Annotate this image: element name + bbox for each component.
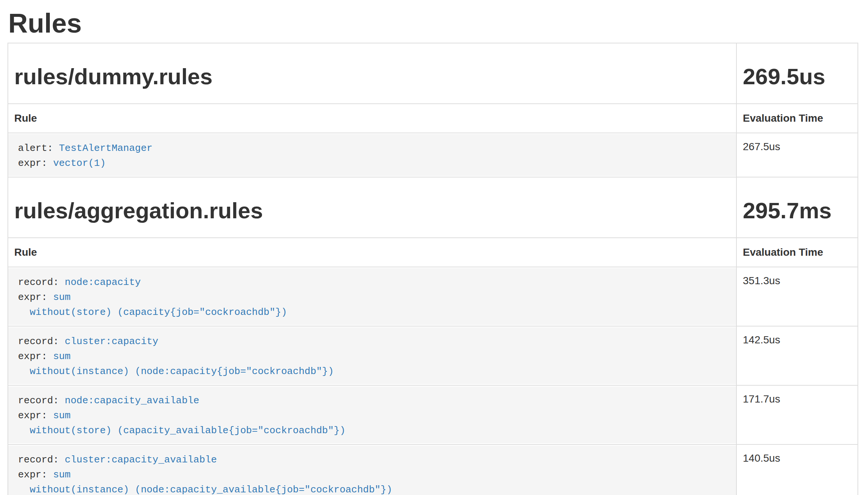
rule-row: record: node:capacity_availableexpr: sum… — [8, 385, 858, 444]
page-content: Rules rules/dummy.rules269.5usRuleEvalua… — [0, 9, 868, 495]
rule-group-file-cell: rules/aggregation.rules — [8, 177, 736, 238]
rule-code-line: expr: sum — [18, 349, 730, 364]
rule-header-row: RuleEvaluation Time — [8, 104, 858, 133]
evaluation-time-column-header: Evaluation Time — [736, 104, 858, 133]
rule-code-label — [18, 366, 30, 377]
rule-code-label: expr: — [18, 158, 53, 169]
rule-group-file: rules/dummy.rules — [14, 64, 730, 89]
rule-code-link[interactable]: node:capacity_available — [65, 395, 199, 406]
rule-code-line: without(instance) (node:capacity{job="co… — [18, 364, 730, 379]
rule-code-label: alert: — [18, 143, 59, 154]
rule-code-link[interactable]: node:capacity — [65, 277, 141, 288]
rule-code-link[interactable]: without(store) (capacity_available{job="… — [30, 425, 346, 436]
rule-code-line: expr: sum — [18, 290, 730, 305]
rule-code-link[interactable]: sum — [53, 292, 71, 303]
rule-code-label: record: — [18, 336, 65, 347]
rule-code-label: expr: — [18, 292, 53, 303]
rule-code-link[interactable]: without(store) (capacity{job="cockroachd… — [30, 307, 287, 318]
rule-code-line: record: cluster:capacity_available — [18, 452, 730, 467]
rule-code-line: record: node:capacity — [18, 275, 730, 290]
rule-header-row: RuleEvaluation Time — [8, 238, 858, 267]
rule-code-line: expr: sum — [18, 467, 730, 482]
rule-cell: record: cluster:capacity_availableexpr: … — [8, 444, 736, 495]
rule-code-label: record: — [18, 454, 65, 465]
rules-table: rules/dummy.rules269.5usRuleEvaluation T… — [7, 43, 858, 495]
rule-group-file-cell: rules/dummy.rules — [8, 43, 736, 104]
rule-group-evaluation-time: 269.5us — [743, 64, 852, 89]
rule-evaluation-time: 140.5us — [736, 444, 858, 495]
rule-evaluation-time: 351.3us — [736, 267, 858, 326]
rule-code-label — [18, 425, 30, 436]
rule-code-link[interactable]: TestAlertManager — [59, 143, 153, 154]
rule-code-line: record: cluster:capacity — [18, 334, 730, 349]
rule-code-label: expr: — [18, 410, 53, 421]
rule-code-line: expr: sum — [18, 408, 730, 423]
rule-code-block: record: node:capacity_availableexpr: sum… — [8, 386, 736, 443]
rule-code-line: without(store) (capacity_available{job="… — [18, 423, 730, 438]
rule-column-header: Rule — [8, 238, 736, 267]
rule-group-evaluation-time-cell: 295.7ms — [736, 177, 858, 238]
rule-code-block: record: node:capacityexpr: sum without(s… — [8, 268, 736, 325]
rule-code-link[interactable]: without(instance) (node:capacity_availab… — [30, 484, 392, 495]
rule-group-file: rules/aggregation.rules — [14, 198, 730, 223]
rule-evaluation-time: 142.5us — [736, 326, 858, 385]
rule-code-label: expr: — [18, 469, 53, 480]
rule-code-line: record: node:capacity_available — [18, 393, 730, 408]
rule-cell: record: node:capacityexpr: sum without(s… — [8, 267, 736, 326]
rule-row: alert: TestAlertManagerexpr: vector(1)26… — [8, 133, 858, 177]
rule-group-evaluation-time-cell: 269.5us — [736, 43, 858, 104]
rule-cell: record: cluster:capacityexpr: sum withou… — [8, 326, 736, 385]
rule-code-link[interactable]: vector(1) — [53, 158, 106, 169]
rule-code-link[interactable]: cluster:capacity — [65, 336, 159, 347]
rule-code-link[interactable]: sum — [53, 351, 71, 362]
rule-code-label — [18, 484, 30, 495]
rule-code-link[interactable]: cluster:capacity_available — [65, 454, 217, 465]
rule-cell: alert: TestAlertManagerexpr: vector(1) — [8, 133, 736, 177]
rule-code-label: expr: — [18, 351, 53, 362]
rule-code-line: without(instance) (node:capacity_availab… — [18, 482, 730, 495]
page-title: Rules — [8, 9, 868, 37]
rule-group-header-row: rules/dummy.rules269.5us — [8, 43, 858, 104]
rule-cell: record: node:capacity_availableexpr: sum… — [8, 385, 736, 444]
evaluation-time-column-header: Evaluation Time — [736, 238, 858, 267]
rule-code-label: record: — [18, 277, 65, 288]
rule-group-evaluation-time: 295.7ms — [743, 198, 852, 223]
rule-code-label: record: — [18, 395, 65, 406]
rule-code-link[interactable]: sum — [53, 469, 71, 480]
rule-code-link[interactable]: sum — [53, 410, 71, 421]
rule-row: record: cluster:capacityexpr: sum withou… — [8, 326, 858, 385]
rule-code-line: alert: TestAlertManager — [18, 141, 730, 156]
rule-code-link[interactable]: without(instance) (node:capacity{job="co… — [30, 366, 334, 377]
rule-column-header: Rule — [8, 104, 736, 133]
rule-evaluation-time: 267.5us — [736, 133, 858, 177]
rule-code-line: without(store) (capacity{job="cockroachd… — [18, 305, 730, 320]
rule-group-header-row: rules/aggregation.rules295.7ms — [8, 177, 858, 238]
rule-row: record: node:capacityexpr: sum without(s… — [8, 267, 858, 326]
rule-code-block: alert: TestAlertManagerexpr: vector(1) — [8, 134, 736, 176]
rule-code-block: record: cluster:capacity_availableexpr: … — [8, 446, 736, 495]
rule-code-label — [18, 307, 30, 318]
rule-row: record: cluster:capacity_availableexpr: … — [8, 444, 858, 495]
rule-code-line: expr: vector(1) — [18, 156, 730, 171]
rule-code-block: record: cluster:capacityexpr: sum withou… — [8, 327, 736, 384]
rule-evaluation-time: 171.7us — [736, 385, 858, 444]
